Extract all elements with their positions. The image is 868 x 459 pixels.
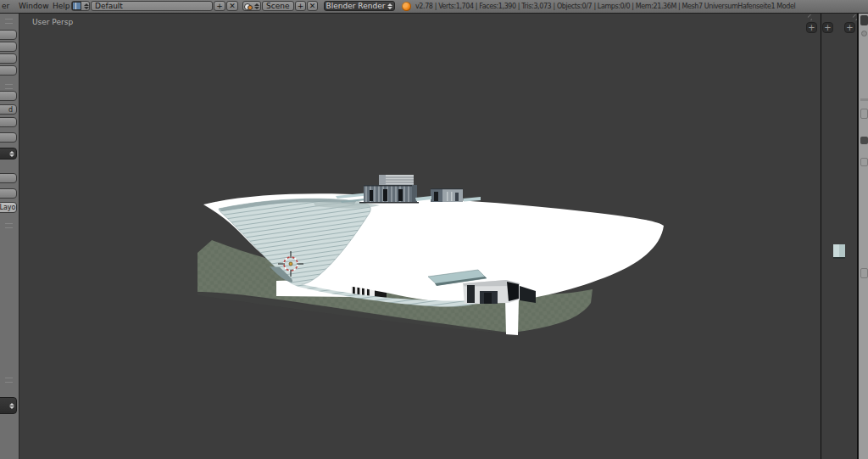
tool-shelf-button[interactable]: d	[0, 104, 17, 115]
menu-window[interactable]: Window	[19, 2, 49, 10]
tool-shelf-dropdown[interactable]	[0, 148, 17, 160]
properties-widget[interactable]	[860, 137, 868, 144]
tool-shelf-sliver: d a Layo	[0, 14, 19, 459]
expand-region-button[interactable]: +	[806, 22, 817, 33]
tool-shelf-button[interactable]	[0, 53, 17, 64]
wall-white-gap-right[interactable]	[505, 299, 519, 335]
panel-grip-icon[interactable]	[5, 378, 13, 383]
info-header: er Window Help Default + ✕ Scene + ✕ Ble…	[0, 0, 868, 14]
menu-help[interactable]: Help	[53, 2, 70, 10]
layout-name-field[interactable]: Default	[91, 1, 213, 11]
stepper-arrows-icon	[254, 3, 259, 9]
panel-grip-icon[interactable]	[5, 84, 13, 89]
layout-grid-icon	[72, 2, 81, 10]
tool-shelf-button[interactable]	[0, 188, 17, 199]
stepper-arrows-icon	[387, 3, 392, 9]
layout-delete-button[interactable]: ✕	[226, 1, 238, 11]
scene-stats-text: v2.78 | Verts:1,704 | Faces:1,390 | Tris…	[415, 3, 795, 10]
layout-add-button[interactable]: +	[214, 1, 225, 11]
properties-panel-sliver	[858, 14, 868, 459]
scene-add-button[interactable]: +	[295, 1, 306, 11]
scene-icon-button[interactable]	[242, 1, 261, 11]
tool-shelf-field[interactable]: a Layo	[0, 202, 17, 213]
panel-grip-icon[interactable]	[5, 19, 13, 24]
panel-grip-icon[interactable]	[5, 223, 13, 228]
stepper-arrows-icon	[84, 3, 89, 9]
render-engine-dropdown[interactable]: Blender Render	[324, 1, 395, 11]
tool-shelf-button[interactable]	[0, 42, 17, 52]
tool-shelf-dropdown[interactable]	[0, 397, 17, 414]
tool-shelf-button[interactable]	[0, 65, 17, 76]
tool-shelf-button[interactable]	[0, 173, 17, 183]
scene-icon	[244, 3, 252, 9]
area-divider[interactable]	[821, 14, 821, 459]
scene-name-value: Scene	[266, 2, 289, 11]
tool-shelf-button[interactable]	[0, 91, 17, 101]
properties-widget[interactable]	[860, 109, 868, 119]
render-engine-value: Blender Render	[326, 2, 386, 11]
secondary-viewport-geometry[interactable]	[833, 244, 845, 259]
properties-widget[interactable]	[861, 31, 867, 36]
tool-shelf-button[interactable]	[0, 132, 17, 143]
scene-name-field[interactable]: Scene	[262, 1, 294, 11]
stepper-arrows-icon	[9, 403, 14, 409]
blender-logo-icon	[402, 2, 411, 11]
properties-widget[interactable]	[860, 158, 868, 166]
properties-widget[interactable]	[860, 268, 868, 278]
3d-viewport-canvas[interactable]	[0, 0, 868, 459]
properties-widget[interactable]	[860, 98, 868, 101]
stepper-arrows-icon	[9, 151, 14, 157]
expand-region-button[interactable]: +	[822, 22, 833, 33]
properties-tab-icon[interactable]	[860, 15, 868, 25]
blender-window: { "header": { "menus": { "render_fragmen…	[0, 0, 868, 459]
view-perspective-label: User Persp	[32, 18, 73, 26]
expand-region-button[interactable]: +	[844, 22, 855, 33]
tool-shelf-button[interactable]	[0, 117, 17, 127]
layout-name-value: Default	[95, 2, 123, 11]
menu-render-fragment[interactable]: er	[2, 2, 9, 10]
tool-shelf-button[interactable]	[0, 30, 17, 40]
scene-delete-button[interactable]: ✕	[307, 1, 318, 11]
screen-layout-icon-button[interactable]	[71, 1, 90, 11]
